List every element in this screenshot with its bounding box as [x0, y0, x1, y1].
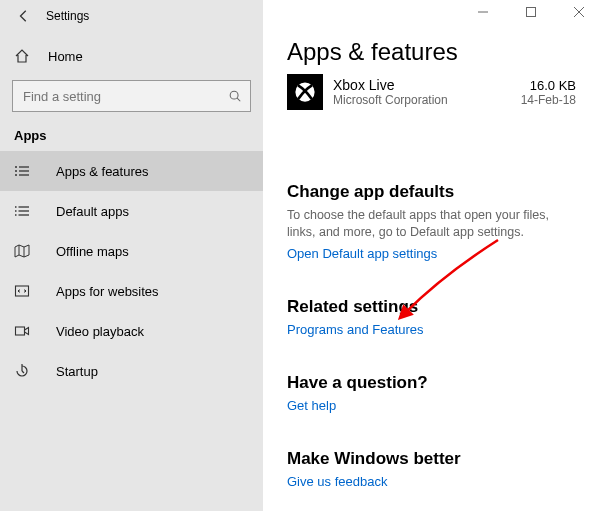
- back-arrow-icon: [17, 9, 31, 23]
- search-icon: [220, 89, 250, 103]
- default-apps-icon: [14, 203, 30, 219]
- maximize-icon: [526, 7, 536, 17]
- xbox-icon: [294, 81, 316, 103]
- startup-icon: [14, 363, 30, 379]
- nav-item-video-playback[interactable]: Video playback: [0, 311, 263, 351]
- apps-features-icon: [14, 163, 30, 179]
- svg-line-1: [237, 98, 240, 101]
- link-programs-and-features[interactable]: Programs and Features: [287, 322, 424, 337]
- nav-label: Default apps: [56, 204, 129, 219]
- svg-rect-14: [16, 286, 29, 296]
- sidebar: Settings Home Apps Apps & features: [0, 0, 263, 511]
- home-icon: [14, 48, 30, 64]
- app-publisher: Microsoft Corporation: [333, 93, 521, 107]
- titlebar: Settings: [0, 0, 263, 32]
- link-default-app-settings[interactable]: Open Default app settings: [287, 246, 437, 261]
- nav-label: Startup: [56, 364, 98, 379]
- svg-rect-18: [527, 8, 536, 17]
- feedback-heading: Make Windows better: [287, 449, 576, 469]
- search-input[interactable]: [13, 89, 220, 104]
- search-box[interactable]: [12, 80, 251, 112]
- nav-home-label: Home: [48, 49, 83, 64]
- svg-rect-15: [16, 327, 25, 335]
- window-controls: [468, 2, 594, 22]
- maximize-button[interactable]: [516, 2, 546, 22]
- minimize-icon: [478, 7, 488, 17]
- nav-item-startup[interactable]: Startup: [0, 351, 263, 391]
- window-title: Settings: [46, 9, 89, 23]
- svg-point-0: [230, 91, 238, 99]
- app-date: 14-Feb-18: [521, 93, 576, 107]
- defaults-desc: To choose the default apps that open you…: [287, 207, 576, 241]
- question-heading: Have a question?: [287, 373, 576, 393]
- offline-maps-icon: [14, 243, 30, 259]
- nav-label: Video playback: [56, 324, 144, 339]
- app-list-item[interactable]: Xbox Live Microsoft Corporation 16.0 KB …: [287, 74, 576, 110]
- nav-home[interactable]: Home: [0, 38, 263, 74]
- link-feedback[interactable]: Give us feedback: [287, 474, 387, 489]
- close-icon: [574, 7, 584, 17]
- back-button[interactable]: [10, 2, 38, 30]
- nav-label: Apps for websites: [56, 284, 159, 299]
- nav-item-apps-features[interactable]: Apps & features: [0, 151, 263, 191]
- link-get-help[interactable]: Get help: [287, 398, 336, 413]
- content-area: Apps & features Xbox Live Microsoft Corp…: [263, 0, 600, 511]
- app-name: Xbox Live: [333, 77, 521, 93]
- app-icon-xbox: [287, 74, 323, 110]
- page-title: Apps & features: [287, 38, 576, 66]
- nav-list: Apps & features Default apps Offline map…: [0, 151, 263, 391]
- nav-item-apps-websites[interactable]: Apps for websites: [0, 271, 263, 311]
- video-playback-icon: [14, 323, 30, 339]
- nav-label: Offline maps: [56, 244, 129, 259]
- nav-item-default-apps[interactable]: Default apps: [0, 191, 263, 231]
- app-size: 16.0 KB: [521, 78, 576, 93]
- close-button[interactable]: [564, 2, 594, 22]
- nav-label: Apps & features: [56, 164, 149, 179]
- sidebar-section-title: Apps: [0, 122, 263, 147]
- minimize-button[interactable]: [468, 2, 498, 22]
- nav-item-offline-maps[interactable]: Offline maps: [0, 231, 263, 271]
- defaults-heading: Change app defaults: [287, 182, 576, 202]
- apps-websites-icon: [14, 283, 30, 299]
- related-heading: Related settings: [287, 297, 576, 317]
